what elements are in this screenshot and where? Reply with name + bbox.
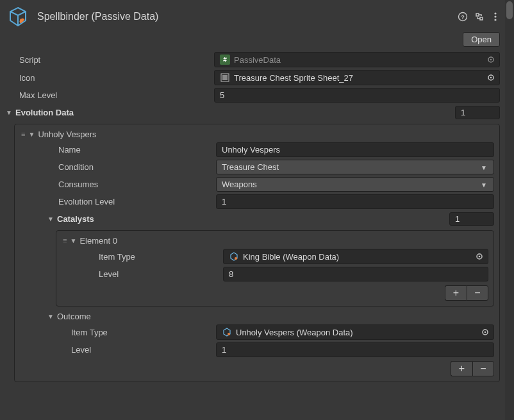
caret-down-icon: ▼	[69, 237, 77, 244]
add-button[interactable]: +	[451, 361, 472, 376]
scriptable-object-icon	[222, 327, 232, 337]
caret-down-icon: ▼	[5, 109, 13, 116]
evolution-foldout[interactable]: ▼ Evolution Data	[5, 108, 455, 117]
inspector-panel: Spellbinder (Passive Data) ? Open Script…	[0, 0, 505, 420]
consumes-dropdown[interactable]: Weapons ▼	[216, 177, 494, 192]
chevron-down-icon: ▼	[481, 181, 487, 188]
script-icon: #	[220, 55, 230, 65]
object-picker-icon[interactable]	[486, 55, 495, 64]
catalyst-itemtype-label: Item Type	[99, 252, 135, 262]
svg-point-13	[479, 256, 481, 258]
caret-down-icon: ▼	[28, 131, 35, 138]
scrollbar-thumb[interactable]	[506, 1, 513, 19]
outcome-label: Outcome	[57, 312, 91, 321]
header: Spellbinder (Passive Data) ?	[0, 0, 505, 32]
evolevel-field[interactable]: 1	[216, 194, 494, 209]
script-value: PassiveData	[234, 55, 281, 65]
catalyst-itemtype-field[interactable]: King Bible (Weapon Data)	[223, 249, 488, 264]
maxlevel-value: 5	[220, 90, 224, 100]
remove-button[interactable]: −	[467, 285, 488, 301]
svg-point-3	[494, 15, 496, 17]
svg-point-4	[494, 19, 496, 21]
evolution-list: ≡ ▼ Unholy Vespers Name Unholy Vespers C…	[14, 124, 500, 382]
catalysts-foldout[interactable]: ▼ Catalysts	[47, 214, 449, 224]
outcome-itemtype-field[interactable]: Unholy Vespers (Weapon Data)	[216, 324, 494, 340]
svg-point-2	[494, 12, 496, 14]
condition-value: Treasure Chest	[222, 162, 279, 172]
catalyst-level-value: 8	[229, 269, 233, 279]
scrollbar[interactable]	[505, 0, 514, 420]
svg-text:?: ?	[461, 14, 465, 21]
catalysts-count[interactable]: 1	[449, 212, 494, 226]
object-picker-icon[interactable]	[486, 73, 495, 82]
caret-down-icon: ▼	[47, 215, 54, 223]
evolution-item-title: Unholy Vespers	[38, 130, 96, 139]
catalysts-list: ≡ ▼ Element 0 Item Type King Bible (Weap…	[56, 230, 494, 307]
svg-point-14	[228, 333, 230, 335]
consumes-label: Consumes	[58, 180, 98, 189]
outcome-level-value: 1	[222, 345, 226, 355]
presets-icon[interactable]	[474, 12, 485, 22]
object-picker-icon[interactable]	[481, 328, 490, 337]
add-button[interactable]: +	[445, 285, 467, 301]
evolution-item-foldout[interactable]: ≡ ▼ Unholy Vespers	[21, 130, 96, 139]
condition-dropdown[interactable]: Treasure Chest ▼	[216, 160, 494, 174]
condition-label: Condition	[58, 162, 94, 172]
catalyst-element-foldout[interactable]: ≡ ▼ Element 0	[63, 236, 117, 246]
svg-point-16	[485, 332, 486, 333]
catalyst-itemtype-value: King Bible (Weapon Data)	[243, 252, 339, 262]
asset-title: Spellbinder (Passive Data)	[37, 11, 451, 22]
evolevel-label: Evolution Level	[58, 197, 115, 206]
icon-field[interactable]: Treasure Chest Sprite Sheet_27	[214, 70, 500, 85]
outcome-itemtype-label: Item Type	[71, 328, 108, 337]
caret-down-icon: ▼	[47, 313, 54, 320]
catalyst-level-field[interactable]: 8	[223, 267, 488, 281]
name-field[interactable]: Unholy Vespers	[216, 142, 494, 157]
name-label: Name	[58, 145, 81, 155]
maxlevel-field[interactable]: 5	[214, 88, 500, 103]
outcome-itemtype-value: Unholy Vespers (Weapon Data)	[236, 328, 353, 337]
drag-handle-icon[interactable]: ≡	[63, 237, 65, 244]
remove-button[interactable]: −	[472, 361, 494, 376]
outcome-level-field[interactable]: 1	[216, 342, 494, 357]
script-field: # PassiveData	[214, 52, 500, 67]
outcome-foldout[interactable]: ▼ Outcome	[47, 312, 91, 321]
help-icon[interactable]: ?	[458, 12, 468, 22]
open-button[interactable]: Open	[463, 32, 500, 47]
maxlevel-label: Max Level	[19, 90, 57, 100]
icon-label: Icon	[19, 73, 35, 83]
menu-icon[interactable]	[491, 12, 500, 22]
outcome-level-label: Level	[71, 345, 91, 355]
catalysts-label: Catalysts	[57, 214, 94, 224]
evolution-count[interactable]: 1	[455, 106, 500, 119]
object-picker-icon[interactable]	[475, 252, 484, 261]
scriptable-object-icon	[229, 251, 239, 262]
svg-rect-8	[222, 75, 228, 80]
svg-point-11	[235, 257, 237, 260]
script-label: Script	[19, 55, 40, 65]
catalyst-level-label: Level	[99, 269, 119, 279]
consumes-value: Weapons	[222, 180, 257, 189]
svg-point-10	[490, 77, 492, 79]
asset-icon	[5, 4, 31, 29]
evolution-label: Evolution Data	[15, 108, 74, 117]
name-value: Unholy Vespers	[222, 145, 280, 155]
evolevel-value: 1	[222, 197, 226, 206]
drag-handle-icon[interactable]: ≡	[21, 130, 24, 138]
catalyst-element-title: Element 0	[79, 236, 117, 246]
chevron-down-icon: ▼	[481, 164, 487, 171]
svg-point-6	[490, 59, 492, 61]
icon-value: Treasure Chest Sprite Sheet_27	[234, 73, 353, 83]
sprite-icon	[220, 72, 230, 83]
